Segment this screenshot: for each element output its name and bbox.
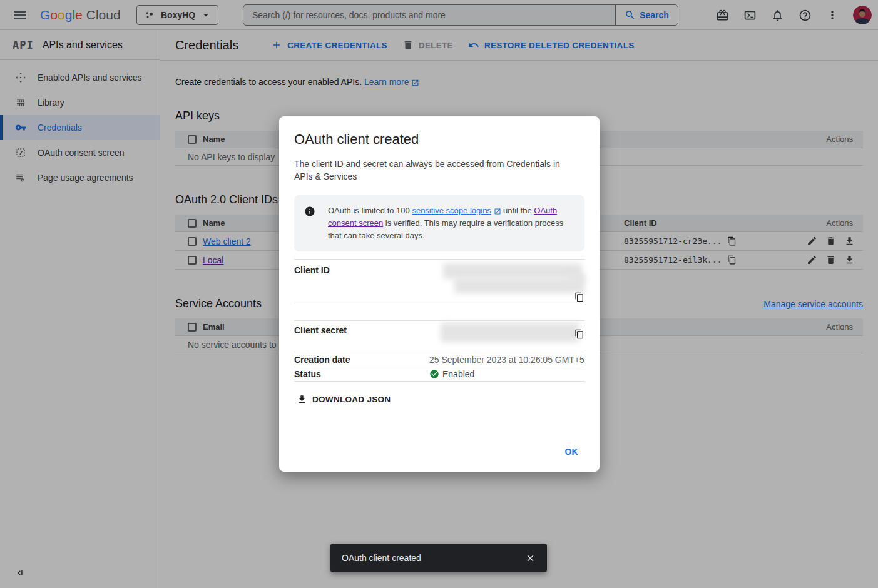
spacer-row	[294, 303, 584, 320]
copy-icon	[574, 329, 584, 339]
dialog-title: OAuth client created	[294, 131, 584, 148]
sensitive-scope-logins-link[interactable]: sensitive scope logins	[412, 206, 491, 215]
client-secret-label: Client secret	[294, 321, 429, 352]
copy-client-secret-button[interactable]	[574, 329, 584, 339]
redacted-client-id	[454, 278, 584, 293]
toast-snackbar: OAuth client created	[330, 544, 547, 572]
check-circle-icon	[429, 369, 439, 379]
info-icon	[304, 206, 315, 217]
ok-button[interactable]: OK	[559, 442, 583, 462]
download-json-button[interactable]: DOWNLOAD JSON	[294, 389, 397, 410]
copy-icon	[574, 292, 584, 302]
toast-close-button[interactable]	[521, 549, 539, 567]
status-label: Status	[294, 369, 429, 379]
oauth-limit-notice: OAuth is limited to 100 sensitive scope …	[294, 195, 584, 251]
creation-date-label: Creation date	[294, 355, 429, 365]
close-icon	[525, 553, 536, 564]
redacted-client-id	[568, 273, 584, 283]
dialog-subtitle: The client ID and secret can always be a…	[294, 158, 576, 183]
oauth-client-created-dialog: OAuth client created The client ID and s…	[279, 116, 600, 472]
creation-date-row: Creation date 25 September 2023 at 10:26…	[294, 352, 584, 367]
external-link-icon	[494, 208, 501, 215]
client-id-label: Client ID	[294, 260, 429, 303]
status-value: Enabled	[442, 369, 474, 379]
copy-client-id-button[interactable]	[574, 292, 584, 302]
download-icon	[297, 394, 307, 405]
status-row: Status Enabled	[294, 367, 584, 382]
creation-date-value: 25 September 2023 at 10:26:05 GMT+5	[429, 355, 584, 365]
client-id-row: Client ID	[294, 259, 584, 303]
redacted-client-secret	[441, 323, 579, 342]
client-secret-row: Client secret	[294, 320, 584, 352]
redacted-client-id	[443, 263, 582, 279]
toast-message: OAuth client created	[342, 553, 421, 563]
